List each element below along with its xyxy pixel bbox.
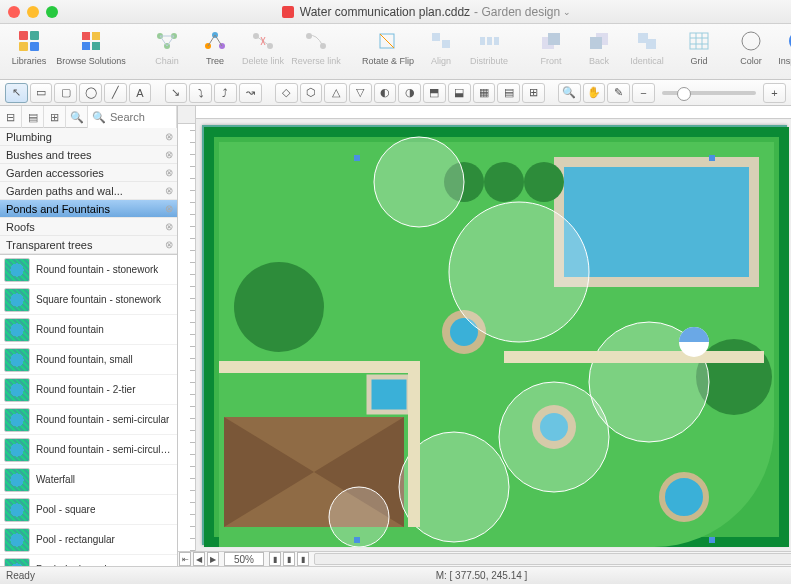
category-item[interactable]: Roofs⊗ — [0, 218, 177, 236]
page-tab-1[interactable]: ▮ — [269, 552, 281, 566]
shape-tool-10[interactable]: ▤ — [497, 83, 520, 103]
pointer-tool[interactable]: ↖ — [5, 83, 28, 103]
horizontal-scrollbar[interactable] — [314, 553, 791, 565]
horizontal-ruler[interactable] — [196, 106, 791, 119]
tree-button[interactable]: Tree — [192, 28, 238, 66]
shape-tool-9[interactable]: ▦ — [473, 83, 496, 103]
shape-item[interactable]: Round fountain - stonework — [0, 255, 177, 285]
shape-tool-1[interactable]: ◇ — [275, 83, 298, 103]
chain-button[interactable]: Chain — [144, 28, 190, 66]
close-icon[interactable]: ⊗ — [165, 221, 173, 232]
shape-item[interactable]: Round fountain - semi-circular — [0, 405, 177, 435]
libraries-button[interactable]: Libraries — [6, 28, 52, 66]
page-next-button[interactable]: ▶ — [207, 552, 219, 566]
search-input[interactable] — [110, 111, 176, 123]
zoom-slider[interactable] — [662, 91, 756, 95]
garden-plan[interactable] — [202, 125, 787, 545]
category-label: Bushes and trees — [6, 149, 92, 161]
shape-list: Round fountain - stoneworkSquare fountai… — [0, 255, 177, 566]
back-button[interactable]: Back — [576, 28, 622, 66]
zoom-in-tool[interactable]: 🔍 — [558, 83, 581, 103]
shape-tool-11[interactable]: ⊞ — [522, 83, 545, 103]
shape-tool-5[interactable]: ◐ — [374, 83, 397, 103]
shape-tool-7[interactable]: ⬒ — [423, 83, 446, 103]
svg-rect-4 — [82, 32, 90, 40]
vertical-ruler[interactable] — [178, 119, 196, 551]
eyedropper-tool[interactable]: ✎ — [607, 83, 630, 103]
shape-tool-3[interactable]: △ — [324, 83, 347, 103]
shape-item[interactable]: Round fountain — [0, 315, 177, 345]
rect-tool[interactable]: ▭ — [30, 83, 53, 103]
category-item[interactable]: Ponds and Fountains⊗ — [0, 200, 177, 218]
ellipse-tool[interactable]: ◯ — [79, 83, 102, 103]
category-item[interactable]: Transparent trees⊗ — [0, 236, 177, 254]
close-icon[interactable]: ⊗ — [165, 149, 173, 160]
svg-point-39 — [234, 262, 324, 352]
front-button[interactable]: Front — [528, 28, 574, 66]
shape-label: Round fountain, small — [36, 354, 133, 365]
category-label: Roofs — [6, 221, 35, 233]
page-tab-3[interactable]: ▮ — [297, 552, 309, 566]
svg-rect-19 — [432, 33, 440, 41]
reverse-link-button[interactable]: Reverse link — [288, 28, 344, 66]
grid-button[interactable]: Grid — [686, 28, 712, 66]
rotate-flip-button[interactable]: Rotate & Flip — [360, 28, 416, 66]
panel-tab-list[interactable]: ▤ — [22, 106, 44, 128]
minimize-icon[interactable] — [27, 6, 39, 18]
connector-tool-4[interactable]: ↝ — [239, 83, 262, 103]
zoom-in-button[interactable]: + — [763, 83, 786, 103]
category-item[interactable]: Plumbing⊗ — [0, 128, 177, 146]
page-prev-button[interactable]: ◀ — [193, 552, 205, 566]
shape-item[interactable]: Round fountain, small — [0, 345, 177, 375]
zoom-out-button[interactable]: − — [632, 83, 655, 103]
chevron-down-icon[interactable]: ⌄ — [563, 7, 571, 17]
page-tab-2[interactable]: ▮ — [283, 552, 295, 566]
color-button[interactable]: Color — [728, 28, 774, 66]
delete-link-button[interactable]: Delete link — [240, 28, 286, 66]
close-icon[interactable]: ⊗ — [165, 131, 173, 142]
close-icon[interactable]: ⊗ — [165, 167, 173, 178]
category-item[interactable]: Garden accessories⊗ — [0, 164, 177, 182]
shape-item[interactable]: Square fountain - stonework — [0, 285, 177, 315]
close-icon[interactable]: ⊗ — [165, 239, 173, 250]
panel-tab-grid[interactable]: ⊞ — [44, 106, 66, 128]
close-icon[interactable]: ⊗ — [165, 203, 173, 214]
rounded-rect-tool[interactable]: ▢ — [54, 83, 77, 103]
status-ready: Ready — [6, 570, 178, 581]
shape-tool-8[interactable]: ⬓ — [448, 83, 471, 103]
identical-button[interactable]: Identical — [624, 28, 670, 66]
browse-solutions-button[interactable]: Browse Solutions — [54, 28, 128, 66]
pan-tool[interactable]: ✋ — [583, 83, 606, 103]
shape-item[interactable]: Waterfall — [0, 465, 177, 495]
distribute-button[interactable]: Distribute — [466, 28, 512, 66]
page-first-button[interactable]: ⇤ — [179, 552, 191, 566]
svg-rect-2 — [19, 42, 28, 51]
shape-tool-6[interactable]: ◑ — [398, 83, 421, 103]
connector-tool-1[interactable]: ↘ — [165, 83, 188, 103]
close-icon[interactable] — [8, 6, 20, 18]
inspectors-button[interactable]: iInspectors — [776, 28, 791, 66]
category-item[interactable]: Bushes and trees⊗ — [0, 146, 177, 164]
shape-item[interactable]: Pool - square — [0, 495, 177, 525]
ruler-origin[interactable] — [178, 106, 196, 124]
connector-tool-3[interactable]: ⤴ — [214, 83, 237, 103]
close-icon[interactable]: ⊗ — [165, 185, 173, 196]
drawing-canvas[interactable] — [196, 119, 791, 551]
shape-tool-4[interactable]: ▽ — [349, 83, 372, 103]
align-button[interactable]: Align — [418, 28, 464, 66]
connector-tool-2[interactable]: ⤵ — [189, 83, 212, 103]
shape-item[interactable]: Round fountain - semi-circula... — [0, 435, 177, 465]
category-item[interactable]: Garden paths and wal...⊗ — [0, 182, 177, 200]
shape-item[interactable]: Round fountain - 2-tier — [0, 375, 177, 405]
svg-rect-56 — [354, 155, 360, 161]
panel-tab-tree[interactable]: ⊟ — [0, 106, 22, 128]
line-tool[interactable]: ╱ — [104, 83, 127, 103]
shape-item[interactable]: Pool - rectangular — [0, 525, 177, 555]
panel-tab-search[interactable]: 🔍 — [66, 106, 88, 128]
zoom-icon[interactable] — [46, 6, 58, 18]
shape-tool-2[interactable]: ⬡ — [300, 83, 323, 103]
zoom-level[interactable]: 50% — [224, 552, 264, 566]
text-tool[interactable]: A — [129, 83, 152, 103]
shape-item[interactable]: Pool - L-shaped — [0, 555, 177, 566]
canvas-area: ⇤ ◀ ▶ 50% ▮ ▮ ▮ — [178, 106, 791, 566]
